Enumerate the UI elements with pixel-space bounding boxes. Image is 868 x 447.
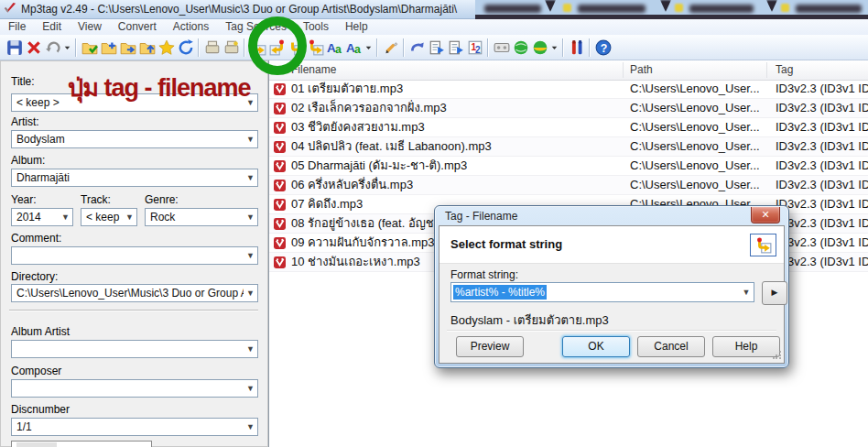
table-row[interactable]: 04 ปลิดปลิว (feat. เมธี Labanoon).mp3C:\… xyxy=(269,137,868,157)
discnumber-combobox[interactable]: 1/1▼ xyxy=(11,418,258,436)
table-row[interactable]: 02 เรือเล็กควรออกจากฝั่ง.mp3C:\Users\Len… xyxy=(269,99,868,118)
cancel-button[interactable]: Cancel xyxy=(637,336,705,357)
resize-grip[interactable] xyxy=(773,349,782,362)
save-icon[interactable] xyxy=(5,38,24,57)
chevron-down-icon[interactable]: ▼ xyxy=(244,341,257,357)
web-menu-caret-icon[interactable] xyxy=(549,38,559,57)
svg-text:a: a xyxy=(354,42,361,55)
ok-button[interactable]: OK xyxy=(562,336,630,357)
edit-tag-icon[interactable] xyxy=(381,38,400,57)
playlist-all-icon[interactable] xyxy=(222,38,241,57)
format-placeholder-menu-button[interactable]: ▶ xyxy=(762,281,787,305)
chevron-down-icon[interactable]: ▼ xyxy=(739,288,754,297)
dialog-content: Select format string Format string: %art… xyxy=(439,225,785,364)
cell-filename: 06 ครึ่งหลับครึ่งตื่น.mp3 xyxy=(291,176,413,194)
column-header-tag[interactable]: Tag xyxy=(772,60,793,80)
toolbar-separator xyxy=(198,38,200,57)
table-row[interactable]: 01 เตรียมตัวตาย.mp3C:\Users\Lenovo_User.… xyxy=(269,80,868,99)
undo-menu-caret-icon[interactable] xyxy=(62,38,72,57)
cell-filename: 03 ชีวิตยังคงสวยงาม.mp3 xyxy=(291,118,425,136)
preview-button[interactable]: Preview xyxy=(456,336,524,357)
text-file-tag-icon[interactable] xyxy=(306,38,325,57)
chevron-down-icon[interactable]: ▼ xyxy=(244,247,257,264)
delete-icon[interactable] xyxy=(24,38,43,57)
add-directory-icon[interactable] xyxy=(99,38,118,57)
cell-tag: ID3v2.3 (ID3v1 ID3v xyxy=(776,214,868,233)
table-row[interactable]: 06 ครึ่งหลับครึ่งตื่น.mp3C:\Users\Lenovo… xyxy=(269,176,868,195)
dialog-titlebar[interactable]: Tag - Filename xyxy=(439,206,785,225)
menu-item-edit[interactable]: Edit xyxy=(34,19,70,35)
next-directory-icon[interactable] xyxy=(118,38,137,57)
comment-combobox[interactable]: ▼ xyxy=(11,246,258,265)
export-icon[interactable] xyxy=(492,38,511,57)
genre-combobox[interactable]: Rock▼ xyxy=(145,208,258,226)
annotation-circle xyxy=(248,16,307,75)
mp3-tag-icon xyxy=(274,198,286,216)
menu-item-file[interactable]: File xyxy=(0,19,34,35)
playlist-icon[interactable] xyxy=(202,38,222,57)
menu-item-view[interactable]: View xyxy=(70,19,110,35)
directory-combobox[interactable]: C:\Users\Lenovo_User\Music\3 Duo or Grou… xyxy=(11,284,258,302)
chevron-down-icon[interactable]: ▼ xyxy=(244,169,257,186)
auto-numbering-icon[interactable]: 12 xyxy=(465,38,484,57)
cell-tag: ID3v2.3 (ID3v1 ID3v xyxy=(776,137,868,156)
paste-tag-icon[interactable] xyxy=(446,38,465,57)
track-combobox[interactable]: < keep >▼ xyxy=(81,208,137,226)
toolbar-separator xyxy=(562,38,564,57)
case-conversion-icon[interactable]: Aa xyxy=(325,38,344,57)
menu-item-convert[interactable]: Convert xyxy=(110,19,165,35)
help-button[interactable]: Help xyxy=(712,336,780,357)
genre-label: Genre: xyxy=(145,193,179,206)
cell-path: C:\Users\Lenovo_User... xyxy=(630,118,760,136)
table-row[interactable]: 03 ชีวิตยังคงสวยงาม.mp3C:\Users\Lenovo_U… xyxy=(269,118,868,137)
composer-combobox[interactable]: ▼ xyxy=(11,379,258,398)
web-source-1-icon[interactable] xyxy=(511,38,530,57)
toolbar-separator xyxy=(589,38,591,57)
cell-tag: ID3v2.3 (ID3v1 ID3v xyxy=(776,176,868,194)
copy-tag-icon[interactable] xyxy=(427,38,446,57)
toolbar-separator xyxy=(376,38,378,57)
svg-text:2: 2 xyxy=(475,44,481,54)
mp3-tag-icon xyxy=(274,236,286,255)
web-source-2-icon[interactable] xyxy=(530,38,549,57)
chevron-down-icon[interactable]: ▼ xyxy=(244,285,257,301)
refresh-icon[interactable] xyxy=(176,38,195,57)
mp3tag-window: Mp3tag v2.49 - C:\Users\Lenovo_User\Musi… xyxy=(0,0,868,447)
artist-combobox[interactable]: Bodyslam▼ xyxy=(11,130,258,148)
cell-filename: 10 ช่างมันเถอะเหงา.mp3 xyxy=(291,253,420,271)
menu-item-help[interactable]: Help xyxy=(337,19,376,35)
favorite-directories-icon[interactable] xyxy=(157,38,176,57)
comment-label: Comment: xyxy=(11,232,61,245)
mp3-tag-icon xyxy=(274,159,286,178)
toolbar-separator xyxy=(244,38,245,57)
chevron-down-icon[interactable]: ▼ xyxy=(123,209,136,225)
remove-tag-icon[interactable] xyxy=(407,38,427,57)
change-directory-icon[interactable] xyxy=(80,38,99,57)
menu-item-actions[interactable]: Actions xyxy=(165,19,217,35)
parent-directory-icon[interactable] xyxy=(137,38,157,57)
tag-filename-dialog: Tag - Filename ✕ Select format string Fo… xyxy=(434,205,789,368)
album-combobox[interactable]: Dharmajāti▼ xyxy=(11,169,258,187)
format-string-combobox[interactable]: %artist% - %title% ▼ xyxy=(450,282,754,302)
svg-text:?: ? xyxy=(600,41,607,54)
table-row[interactable]: 05 Dharmajāti (ดัม-มะ-ชา-ติ).mp3C:\Users… xyxy=(269,157,868,176)
format-value-icon[interactable]: Aa xyxy=(344,38,363,57)
convert-menu-caret-icon[interactable] xyxy=(363,38,374,57)
year-combobox[interactable]: 2014▼ xyxy=(11,208,73,226)
chevron-down-icon[interactable]: ▼ xyxy=(244,131,257,147)
annotation-note: ปุ่ม tag - filename xyxy=(68,68,250,107)
undo-icon[interactable] xyxy=(43,38,62,57)
chevron-down-icon[interactable]: ▼ xyxy=(244,209,257,225)
window-titlebar[interactable]: Mp3tag v2.49 - C:\Users\Lenovo_User\Musi… xyxy=(0,0,868,19)
chevron-down-icon[interactable]: ▼ xyxy=(59,209,72,225)
chevron-down-icon[interactable]: ▼ xyxy=(244,419,257,435)
options-icon[interactable] xyxy=(567,38,586,57)
album-artist-combobox[interactable]: ▼ xyxy=(11,340,258,358)
column-header-path[interactable]: Path xyxy=(626,60,653,80)
close-icon[interactable]: ✕ xyxy=(751,207,780,224)
panel-divider xyxy=(9,310,258,311)
toolbar: AaAa12? xyxy=(0,35,868,60)
help-icon[interactable]: ? xyxy=(593,38,613,57)
toolbar-separator xyxy=(75,38,77,57)
chevron-down-icon[interactable]: ▼ xyxy=(244,380,257,397)
